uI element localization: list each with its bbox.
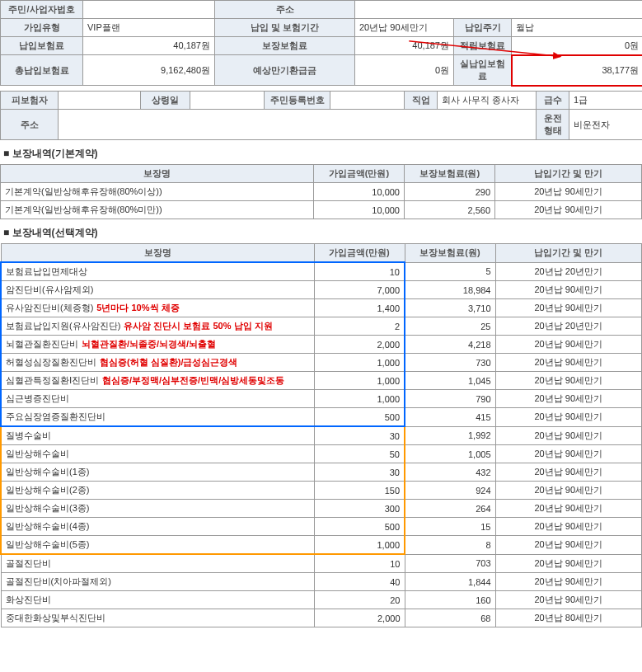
cell-name: 허혈성심장질환진단비협심증(허혈 심질환)/급성심근경색 xyxy=(1,354,314,372)
cell-term: 20년납 90세만기 xyxy=(495,554,642,573)
cell-name: 심근병증진단비 xyxy=(1,390,314,408)
cell-prem: 68 xyxy=(405,609,495,627)
cell-prem: 1,844 xyxy=(405,573,495,591)
cell-name: 일반상해수술비(4종) xyxy=(1,518,314,536)
cell-prem: 25 xyxy=(405,317,495,336)
table-row: 일반상해수술비(1종)3043220년납 90세만기 xyxy=(1,463,642,482)
cell-amt: 40 xyxy=(314,573,405,591)
cell-amt: 1,000 xyxy=(314,354,405,372)
table-row: 골절진단비(치아파절제외)401,84420년납 90세만기 xyxy=(1,573,642,591)
cell-name: 보험료납입지원(유사암진단)유사암 진단시 보험료 50% 납입 지원 xyxy=(1,317,314,336)
cell-amt: 10,000 xyxy=(314,201,405,219)
cell-prem: 18,984 xyxy=(405,281,495,299)
label-drive: 운전형태 xyxy=(537,110,569,140)
optional-coverage-table: 보장명 가입금액(만원) 보장보험료(원) 납입기간 및 만기 보험료납입면제대… xyxy=(0,243,642,627)
cell-term: 20년납 20년만기 xyxy=(495,317,642,336)
val-pay-premium: 40,187원 xyxy=(83,37,215,55)
col-prem: 보장보험료(원) xyxy=(405,244,495,263)
table-row: 일반상해수술비(4종)5001520년납 90세만기 xyxy=(1,518,642,536)
label-pay-premium: 납입보험료 xyxy=(1,37,83,55)
cell-prem: 5 xyxy=(405,262,495,281)
cell-name: 일반상해수술비 xyxy=(1,445,314,463)
val-total-premium: 9,162,480원 xyxy=(83,55,215,86)
table-row: 일반상해수술비(2종)15092420년납 90세만기 xyxy=(1,482,642,500)
val-plan-type: VIP플랜 xyxy=(83,19,215,37)
table-row: 일반상해수술비501,00520년납 90세만기 xyxy=(1,445,642,463)
cell-amt: 1,000 xyxy=(314,536,405,555)
table-row: 기본계약(일반상해후유장해(80%미만))10,0002,56020년납 90세… xyxy=(1,201,642,219)
cell-term: 20년납 90세만기 xyxy=(495,426,642,445)
col-amt: 가입금액(만원) xyxy=(314,244,405,263)
col-name: 보장명 xyxy=(1,244,314,263)
val-insured xyxy=(59,92,141,110)
label-refund: 예상만기환급금 xyxy=(215,55,355,86)
cell-name: 일반상해수술비(3종) xyxy=(1,500,314,518)
label-real-premium: 실납입보험료 xyxy=(454,55,512,86)
cell-name: 골절진단비 xyxy=(1,554,314,573)
label-injury-day: 상령일 xyxy=(141,92,190,110)
cell-amt: 2,000 xyxy=(314,336,405,354)
row-note: 뇌혈관질환/뇌졸중/뇌경색/뇌출혈 xyxy=(82,339,216,349)
table-row: 뇌혈관질환진단비뇌혈관질환/뇌졸중/뇌경색/뇌출혈2,0004,21820년납 … xyxy=(1,336,642,354)
row-note: 유사암 진단시 보험료 50% 납입 지원 xyxy=(124,321,272,331)
cell-name: 화상진단비 xyxy=(1,591,314,609)
cell-amt: 300 xyxy=(314,500,405,518)
cell-name: 보험료납입면제대상 xyxy=(1,262,314,281)
cell-name: 골절진단비(치아파절제외) xyxy=(1,573,314,591)
table-row: 보험료납입지원(유사암진단)유사암 진단시 보험료 50% 납입 지원22520… xyxy=(1,317,642,336)
cell-prem: 264 xyxy=(405,500,495,518)
section2-title: ■ 보장내역(선택계약) xyxy=(3,226,642,240)
val-cov-premium: 40,187원 xyxy=(355,37,454,55)
cell-term: 20년납 90세만기 xyxy=(495,183,642,201)
table-row: 일반상해수술비(3종)30026420년납 90세만기 xyxy=(1,500,642,518)
cell-term: 20년납 90세만기 xyxy=(495,445,642,463)
table-row: 유사암진단비(체증형)5년마다 10%씩 체증1,4003,71020년납 90… xyxy=(1,299,642,317)
val-refund: 0원 xyxy=(355,55,454,86)
cell-prem: 924 xyxy=(405,482,495,500)
cell-prem: 1,005 xyxy=(405,445,495,463)
label-insured: 피보험자 xyxy=(1,92,59,110)
row-note: 협심증(허혈 심질환)/급성심근경색 xyxy=(100,357,237,367)
cell-prem: 415 xyxy=(405,408,495,427)
cell-amt: 2 xyxy=(314,317,405,336)
label-cov-premium: 보장보험료 xyxy=(215,37,355,55)
cell-name: 기본계약(일반상해후유장해(80%미만)) xyxy=(1,201,314,219)
cell-name: 심혈관특정질환Ⅰ진단비협심증/부정맥/심부전증/빈맥/심방세동및조동 xyxy=(1,372,314,390)
cell-name: 일반상해수술비(2종) xyxy=(1,482,314,500)
cell-prem: 432 xyxy=(405,463,495,482)
section1-title: ■ 보장내역(기본계약) xyxy=(3,147,642,161)
col-term: 납입기간 및 만기 xyxy=(495,165,642,183)
label-grade: 급수 xyxy=(537,92,569,110)
cell-term: 20년납 90세만기 xyxy=(495,336,642,354)
cell-prem: 1,992 xyxy=(405,426,495,445)
val-addr xyxy=(355,1,643,19)
table-row: 중대한화상및부식진단비2,0006820년납 80세만기 xyxy=(1,609,642,627)
val-addr2 xyxy=(59,110,537,140)
table-row: 골절진단비1070320년납 90세만기 xyxy=(1,554,642,573)
cell-prem: 703 xyxy=(405,554,495,573)
val-pay-cycle: 월납 xyxy=(512,19,643,37)
cell-term: 20년납 90세만기 xyxy=(495,408,642,427)
val-saving-premium: 0원 xyxy=(512,37,643,55)
cell-prem: 790 xyxy=(405,390,495,408)
cell-term: 20년납 90세만기 xyxy=(495,500,642,518)
cell-name: 뇌혈관질환진단비뇌혈관질환/뇌졸중/뇌경색/뇌출혈 xyxy=(1,336,314,354)
cell-amt: 50 xyxy=(314,445,405,463)
cell-name: 일반상해수술비(5종) xyxy=(1,536,314,555)
cell-term: 20년납 90세만기 xyxy=(495,372,642,390)
cell-term: 20년납 90세만기 xyxy=(495,201,642,219)
row-note: 협심증/부정맥/심부전증/빈맥/심방세동및조동 xyxy=(102,375,284,385)
cell-amt: 500 xyxy=(314,408,405,427)
table-row: 기본계약(일반상해후유장해(80%이상))10,00029020년납 90세만기 xyxy=(1,183,642,201)
cell-amt: 1,000 xyxy=(314,390,405,408)
table-row: 주요심장염증질환진단비50041520년납 90세만기 xyxy=(1,408,642,427)
cell-term: 20년납 90세만기 xyxy=(495,591,642,609)
table-row: 허혈성심장질환진단비협심증(허혈 심질환)/급성심근경색1,00073020년납… xyxy=(1,354,642,372)
cell-prem: 4,218 xyxy=(405,336,495,354)
cell-term: 20년납 90세만기 xyxy=(495,299,642,317)
label-plan-type: 가입유형 xyxy=(1,19,83,37)
cell-amt: 7,000 xyxy=(314,281,405,299)
label-saving-premium: 적립보험료 xyxy=(454,37,512,55)
table-row: 보험료납입면제대상10520년납 20년만기 xyxy=(1,262,642,281)
val-job: 회사 사무직 종사자 xyxy=(438,92,537,110)
